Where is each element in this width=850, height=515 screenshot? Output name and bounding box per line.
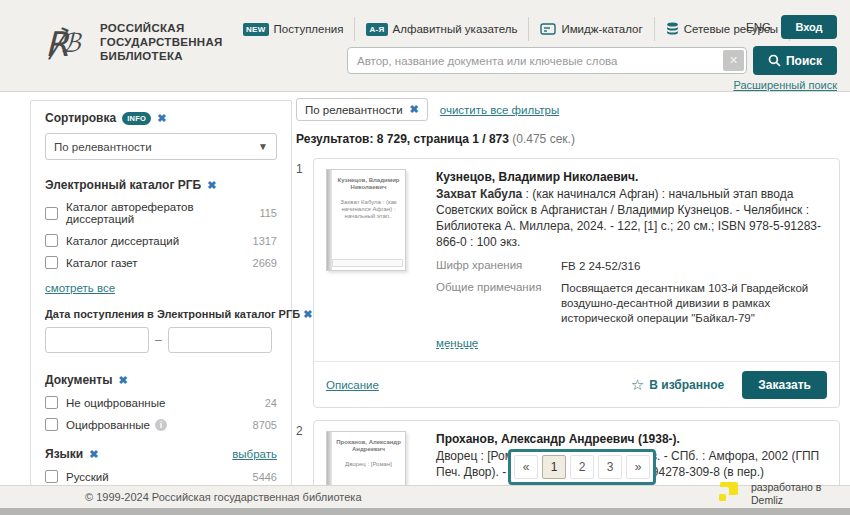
clear-all-filters-link[interactable]: очистить все фильтры [440,104,559,116]
result-card: Кузнецов, Владимир Николаевич Захват Каб… [313,158,840,408]
login-button[interactable]: Вход [781,15,837,39]
pagination-next-button[interactable]: » [626,455,650,479]
results-count: Результатов: 8 729, страница 1 / 873 [296,132,509,146]
language-switch[interactable]: ENG [746,21,771,33]
developer-credit-line2: Demliz [751,494,821,507]
checkbox[interactable] [45,418,58,431]
rsl-monogram-icon: ℟ ℬ [36,12,90,74]
sort-select-value: По релевантности [54,141,152,153]
catalog-option-label: Каталог авторефератов диссертаций [66,201,259,225]
developer-credit[interactable]: разработано в Demliz [716,479,821,507]
sort-select[interactable]: По релевантности ▼ [45,133,277,160]
info-icon[interactable]: i [155,419,167,431]
demliz-logo-icon [716,479,742,505]
search-clear-button[interactable]: ✕ [723,50,744,71]
library-search-page: ℟ ℬ РОССИЙСКАЯ ГОСУДАРСТВЕННАЯ БИБЛИОТЕК… [0,0,850,515]
nav-arrivals[interactable]: NEW Поступления [243,23,343,36]
header: ℟ ℬ РОССИЙСКАЯ ГОСУДАРСТВЕННАЯ БИБЛИОТЕК… [0,0,850,92]
sorting-title: Сортировка [45,111,116,125]
nav-divider [654,17,655,41]
svg-text:ℬ: ℬ [60,28,82,58]
footer: © 1999-2024 Российская государственная б… [0,485,850,508]
developer-credit-line1: разработано в [751,481,821,494]
checkbox[interactable] [45,470,58,483]
nav-divider [354,17,355,41]
chip-close-icon[interactable]: ✖ [410,103,419,116]
checkbox[interactable] [45,256,58,269]
search-button[interactable]: Поиск [753,46,837,75]
result-number: 1 [296,158,313,408]
date-from-input[interactable] [45,327,149,353]
filters-sidebar: Сортировка INFO ✖ По релевантности ▼ Эле… [30,100,292,486]
result-title[interactable]: Кузнецов, Владимир Николаевич. [436,169,827,185]
field-value: FB 2 24-52/316 [561,259,827,274]
catalog-option-count: 1317 [253,235,277,247]
field-row: Шифр хранения FB 2 24-52/316 [436,259,827,274]
sorting-close-icon[interactable]: ✖ [157,112,166,125]
checkbox[interactable] [45,207,58,220]
field-value: Посвящается десантникам 103-й Гвардейско… [561,281,827,326]
pagination-prev-button[interactable]: « [514,455,538,479]
result-description: Захват Кабула : (как начинался Афган) : … [436,186,827,250]
magnifier-icon [768,54,781,67]
window-edge [0,508,850,515]
az-badge: А-Я [366,23,387,36]
catalog-close-icon[interactable]: ✖ [207,179,216,192]
documents-option: Не оцифрованные 24 [45,396,277,409]
show-all-link[interactable]: смотреть все [45,282,115,294]
documents-option-label: Оцифрованные [66,419,150,431]
documents-option-count: 24 [265,397,277,409]
thumb-author: Проханов, Александр Андреевич [336,439,401,453]
nav-alphabet-label: Алфавитный указатель [393,23,518,35]
date-to-input[interactable] [168,327,272,353]
documents-option: Оцифрованные i 8705 [45,418,277,431]
logo[interactable]: ℟ ℬ РОССИЙСКАЯ ГОСУДАРСТВЕННАЯ БИБЛИОТЕК… [36,12,223,74]
collapse-link[interactable]: меньше [436,337,478,349]
book-thumbnail[interactable]: Кузнецов, Владимир Николаевич Захват Каб… [326,169,406,271]
catalog-option-count: 2669 [253,257,277,269]
catalog-option: Каталог авторефератов диссертаций 115 [45,201,277,225]
catalog-option: Каталог газет 2669 [45,256,277,269]
top-nav: NEW Поступления А-Я Алфавитный указатель… [243,16,810,42]
library-name: РОССИЙСКАЯ ГОСУДАРСТВЕННАЯ БИБЛИОТЕКА [100,21,223,63]
copyright-text: © 1999-2024 Российская государственная б… [85,491,362,503]
pagination: « 1 2 3 » [508,449,656,485]
pagination-page-2[interactable]: 2 [570,455,594,479]
result-title[interactable]: Проханов, Александр Андреевич (1938-). [436,431,827,447]
documents-option-count: 8705 [253,419,277,431]
pagination-page-3[interactable]: 3 [598,455,622,479]
new-badge: NEW [243,23,269,36]
nav-arrivals-label: Поступления [274,23,344,35]
language-option-label: Русский [66,471,109,483]
chevron-down-icon: ▼ [258,141,268,152]
description-link[interactable]: Описание [326,379,379,391]
checkbox[interactable] [45,234,58,247]
date-separator: – [155,333,162,347]
catalog-filter-title: Электронный каталог РГБ [45,178,201,192]
info-badge: INFO [122,112,151,125]
search-input[interactable] [347,47,747,74]
pagination-page-1[interactable]: 1 [542,455,566,479]
nav-alphabet-index[interactable]: А-Я Алфавитный указатель [366,23,517,36]
result-item-1: 1 Кузнецов, Владимир Николаевич Захват К… [296,158,840,408]
nav-divider [528,17,529,41]
order-button[interactable]: Заказать [742,371,827,399]
active-filter-chip: По релевантности ✖ [296,98,428,121]
catalog-option-count: 115 [259,207,277,219]
language-option-count: 5446 [253,471,277,483]
image-catalog-icon [540,23,556,35]
nav-image-catalog[interactable]: Имидж-каталог [540,23,642,35]
catalog-option: Каталог диссертаций 1317 [45,234,277,247]
favorite-button[interactable]: ☆ В избранное [631,376,724,394]
advanced-search-link[interactable]: Расширенный поиск [640,79,837,91]
database-icon [666,22,679,36]
results-time: (0.475 сек.) [512,132,575,146]
checkbox[interactable] [45,396,58,409]
documents-close-icon[interactable]: ✖ [118,374,127,387]
results-summary: Результатов: 8 729, страница 1 / 873 (0.… [296,132,840,146]
field-row: Общие примечания Посвящается десантникам… [436,281,827,326]
search-button-label: Поиск [786,54,822,68]
languages-choose-link[interactable]: выбрать [232,448,277,460]
languages-close-icon[interactable]: ✖ [89,448,98,461]
documents-option-label: Не оцифрованные [66,397,165,409]
